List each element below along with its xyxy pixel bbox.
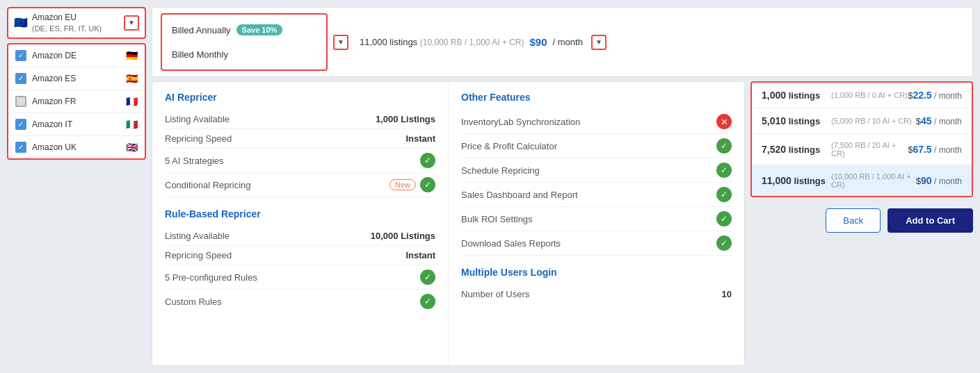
rb-preconfigured-check: ✓ (420, 270, 435, 285)
marketplace-checkbox[interactable]: ✓ (15, 50, 26, 61)
bulk-roi-check: ✓ (716, 211, 732, 226)
region-selector[interactable]: 🇪🇺 Amazon EU (DE, ES, FR, IT, UK) ▼ (7, 7, 146, 39)
selected-price: $90 (530, 36, 547, 48)
marketplace-flag: 🇪🇸 (126, 73, 138, 84)
rule-based-title: Rule-Based Repricer (165, 208, 435, 219)
pricing-row[interactable]: 5,010 listings (5,000 RB / 10 AI + CR) $… (752, 108, 972, 134)
marketplace-item[interactable]: ✓Amazon IT🇮🇹 (8, 113, 145, 136)
ai-conditional-check: ✓ (420, 177, 435, 192)
pricing-listings-count: 7,520 listings (762, 144, 831, 155)
top-bar: Billed Annually Save 10% Billed Monthly … (152, 7, 973, 77)
add-to-cart-button[interactable]: Add to Cart (887, 208, 973, 233)
content-area: AI Repricer Listing Available 1,000 List… (152, 81, 745, 366)
marketplace-name: Amazon DE (32, 51, 120, 60)
selected-listings: 11,000 listings (10,000 RB / 1,000 AI + … (360, 37, 524, 47)
marketplace-item[interactable]: Amazon FR🇫🇷 (8, 90, 145, 113)
pricing-price: $22.5 / month (908, 90, 962, 101)
rb-listings-row: Listing Available 10,000 Listings (165, 226, 435, 246)
marketplace-list: ✓Amazon DE🇩🇪✓Amazon ES🇪🇸Amazon FR🇫🇷✓Amaz… (7, 43, 146, 160)
other-features-title: Other Features (461, 92, 732, 103)
num-users-value: 10 (722, 289, 732, 299)
pricing-detail: (10,000 RB / 1,000 AI + CR) (831, 172, 916, 189)
price-profit-row: Price & Profit Calculator ✓ (461, 134, 732, 158)
marketplace-name: Amazon FR (32, 97, 120, 106)
new-badge: New (389, 179, 416, 190)
region-flag: 🇪🇺 (14, 16, 28, 29)
billing-popup: Billed Annually Save 10% Billed Monthly (161, 13, 328, 71)
other-features-panel: Other Features InventoryLab Synchronizat… (449, 82, 744, 365)
download-sales-check: ✓ (716, 235, 732, 251)
rb-custom-row: Custom Rules ✓ (165, 290, 435, 313)
sales-dashboard-row: Sales Dashboard and Report ✓ (461, 183, 732, 207)
pricing-list: 1,000 listings (1,000 RB / 0 AI + CR) $2… (750, 81, 973, 197)
marketplace-flag: 🇮🇹 (126, 119, 138, 130)
pricing-listings-count: 11,000 listings (762, 175, 831, 186)
rb-preconfigured-row: 5 Pre-configured Rules ✓ (165, 265, 435, 290)
pricing-row[interactable]: 1,000 listings (1,000 RB / 0 AI + CR) $2… (752, 83, 972, 108)
ai-repricer-panel: AI Repricer Listing Available 1,000 List… (152, 82, 449, 365)
pricing-price: $90 / month (916, 175, 962, 186)
bottom-bar: Back Add to Cart (750, 203, 973, 238)
inventorylab-row: InventoryLab Synchronization ✕ (461, 110, 732, 134)
rb-custom-check: ✓ (420, 294, 435, 309)
bulk-roi-row: Bulk ROI Settings ✓ (461, 207, 732, 231)
pricing-listings-count: 5,010 listings (762, 115, 831, 126)
marketplace-name: Amazon UK (32, 142, 120, 152)
schedule-repricing-check: ✓ (716, 163, 732, 178)
pricing-row[interactable]: 7,520 listings (7,500 RB / 20 AI + CR) $… (752, 134, 972, 165)
inventorylab-cross: ✕ (716, 114, 732, 129)
pricing-detail: (5,000 RB / 10 AI + CR) (831, 117, 916, 125)
billing-dropdown-btn[interactable]: ▼ (333, 35, 348, 50)
pricing-detail: (7,500 RB / 20 AI + CR) (831, 141, 908, 158)
ai-strategies-check: ✓ (420, 153, 435, 168)
marketplace-name: Amazon ES (32, 74, 120, 83)
back-button[interactable]: Back (826, 208, 881, 233)
price-profit-check: ✓ (716, 138, 732, 154)
marketplace-item[interactable]: ✓Amazon ES🇪🇸 (8, 67, 145, 90)
marketplace-flag: 🇫🇷 (126, 96, 138, 107)
marketplace-checkbox[interactable]: ✓ (15, 119, 26, 130)
ai-speed-row: Repricing Speed Instant (165, 129, 435, 149)
download-sales-row: Download Sales Reports ✓ (461, 231, 732, 256)
pricing-row[interactable]: 11,000 listings (10,000 RB / 1,000 AI + … (752, 165, 972, 196)
ai-conditional-row: Conditional Repricing New ✓ (165, 173, 435, 197)
plan-dropdown-btn[interactable]: ▼ (591, 35, 607, 50)
marketplace-checkbox[interactable]: ✓ (15, 142, 26, 153)
pricing-price: $67.5 / month (908, 144, 962, 155)
marketplace-item[interactable]: ✓Amazon UK🇬🇧 (8, 136, 145, 158)
pricing-price: $45 / month (916, 115, 962, 126)
ai-strategies-row: 5 AI Strategies ✓ (165, 149, 435, 173)
multiple-users-title: Multiple Users Login (461, 267, 732, 278)
pricing-panel: 1,000 listings (1,000 RB / 0 AI + CR) $2… (750, 81, 973, 366)
per-month-label: / month (553, 37, 583, 47)
num-users-row: Number of Users 10 (461, 285, 732, 304)
billing-annually-option[interactable]: Billed Annually Save 10% (162, 17, 326, 42)
marketplace-flag: 🇩🇪 (126, 50, 138, 61)
sales-dashboard-check: ✓ (716, 187, 732, 202)
region-dropdown-btn[interactable]: ▼ (124, 15, 139, 31)
save-badge: Save 10% (236, 24, 283, 35)
pricing-detail: (1,000 RB / 0 AI + CR) (831, 91, 908, 99)
marketplace-checkbox[interactable]: ✓ (15, 73, 26, 84)
schedule-repricing-row: Schedule Repricing ✓ (461, 158, 732, 183)
rb-speed-row: Repricing Speed Instant (165, 246, 435, 265)
region-name: Amazon EU (DE, ES, FR, IT, UK) (32, 13, 120, 33)
marketplace-item[interactable]: ✓Amazon DE🇩🇪 (8, 44, 145, 67)
marketplace-checkbox[interactable] (15, 96, 26, 107)
pricing-listings-count: 1,000 listings (762, 90, 831, 101)
billing-popup-wrapper: Billed Annually Save 10% Billed Monthly (161, 13, 328, 71)
ai-listings-row: Listing Available 1,000 Listings (165, 110, 435, 129)
marketplace-name: Amazon IT (32, 119, 120, 129)
marketplace-flag: 🇬🇧 (126, 142, 138, 153)
billing-monthly-option[interactable]: Billed Monthly (162, 42, 326, 67)
ai-repricer-title: AI Repricer (165, 92, 435, 103)
